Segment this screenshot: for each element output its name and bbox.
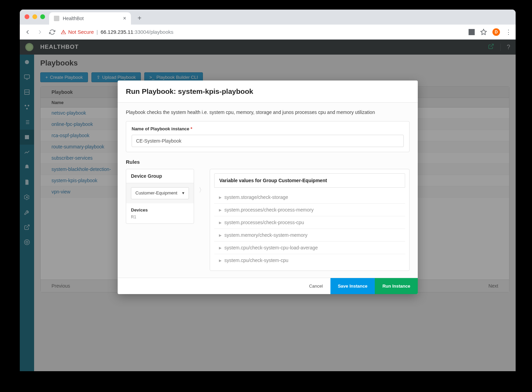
rules-section-label: Rules <box>126 159 410 165</box>
not-secure-label: Not Secure <box>68 29 94 35</box>
url-divider: | <box>97 29 98 35</box>
expand-arrow-icon: ▶ <box>219 221 222 224</box>
instance-name-label: Name of Playbook instance * <box>132 126 404 131</box>
url-bar: Not Secure | 66.129.235.11:33004/playboo… <box>20 25 516 40</box>
variables-panel: Variable values for Group Customer-Equip… <box>210 169 410 271</box>
maximize-window-icon[interactable] <box>40 14 45 19</box>
rules-row: Device Group Customer-Equipment ▾ Device… <box>126 169 410 271</box>
tab-title: HealthBot <box>63 16 84 21</box>
modal-description: Playbook checks the system health i.e. s… <box>126 110 410 115</box>
security-warning-icon: Not Secure <box>61 29 94 35</box>
modal-body: Playbook checks the system health i.e. s… <box>118 103 418 278</box>
expand-arrow-icon: ▶ <box>219 233 222 237</box>
devices-section: Devices R1 <box>126 203 194 223</box>
variables-list: ▶system.storage/check-storage ▶system.pr… <box>214 191 405 266</box>
favicon-icon <box>54 16 59 21</box>
modal-footer: Cancel Save Instance Run Instance <box>118 278 418 294</box>
modal-header: Run Playbook: system-kpis-playbook <box>118 81 418 103</box>
instance-name-group: Name of Playbook instance * <box>126 121 410 152</box>
back-button[interactable] <box>24 28 31 36</box>
run-instance-button[interactable]: Run Instance <box>375 278 418 294</box>
extension-icon[interactable] <box>469 29 475 35</box>
tab-bar: HealthBot × + <box>20 10 516 25</box>
url-text: 66.129.235.11:33004/playbooks <box>101 29 174 35</box>
tab-close-icon[interactable]: × <box>123 15 126 21</box>
window-controls <box>25 14 45 19</box>
expand-arrow-icon: ▶ <box>219 259 222 262</box>
browser-menu-icon[interactable]: ⋮ <box>505 28 512 36</box>
save-instance-button[interactable]: Save Instance <box>330 278 375 294</box>
close-window-icon[interactable] <box>25 14 29 19</box>
connector-icon: 〉 <box>200 169 204 194</box>
variables-header: Variable values for Group Customer-Equip… <box>214 173 405 188</box>
variable-item[interactable]: ▶system.processes/check-process-memory <box>214 204 405 216</box>
variable-item[interactable]: ▶system.memory/check-system-memory <box>214 229 405 242</box>
device-item: R1 <box>131 215 189 219</box>
instance-name-input[interactable] <box>132 135 404 147</box>
device-group-panel: Device Group Customer-Equipment ▾ Device… <box>126 169 194 224</box>
devices-label: Devices <box>131 207 189 213</box>
expand-arrow-icon: ▶ <box>219 246 222 250</box>
user-avatar[interactable]: D <box>492 28 500 36</box>
variable-item[interactable]: ▶system.cpu/check-system-cpu-load-averag… <box>214 242 405 254</box>
variable-item[interactable]: ▶system.cpu/check-system-cpu <box>214 254 405 266</box>
modal-overlay[interactable]: Run Playbook: system-kpis-playbook Playb… <box>20 40 516 371</box>
minimize-window-icon[interactable] <box>32 14 37 19</box>
bookmark-icon[interactable] <box>480 29 487 35</box>
device-group-select[interactable]: Customer-Equipment ▾ <box>131 187 189 199</box>
expand-arrow-icon: ▶ <box>219 208 222 212</box>
address-bar[interactable]: Not Secure | 66.129.235.11:33004/playboo… <box>61 29 464 35</box>
variable-item[interactable]: ▶system.processes/check-process-cpu <box>214 216 405 229</box>
modal-title: Run Playbook: system-kpis-playbook <box>126 87 410 96</box>
browser-tab[interactable]: HealthBot × <box>49 12 131 25</box>
app-container: HEALTHBOT ? <box>20 40 516 371</box>
svg-marker-0 <box>481 29 487 34</box>
run-playbook-modal: Run Playbook: system-kpis-playbook Playb… <box>118 81 418 294</box>
chevron-down-icon: ▾ <box>182 190 184 196</box>
forward-button[interactable] <box>36 28 44 36</box>
variable-item[interactable]: ▶system.storage/check-storage <box>214 191 405 204</box>
toolbar-actions: D ⋮ <box>469 28 512 36</box>
reload-button[interactable] <box>48 28 56 36</box>
expand-arrow-icon: ▶ <box>219 195 222 199</box>
cancel-button[interactable]: Cancel <box>301 278 330 294</box>
browser-window: HealthBot × + Not Secure | 66.129.235.11… <box>20 10 516 371</box>
device-group-label: Device Group <box>126 169 194 183</box>
new-tab-button[interactable]: + <box>134 13 145 23</box>
